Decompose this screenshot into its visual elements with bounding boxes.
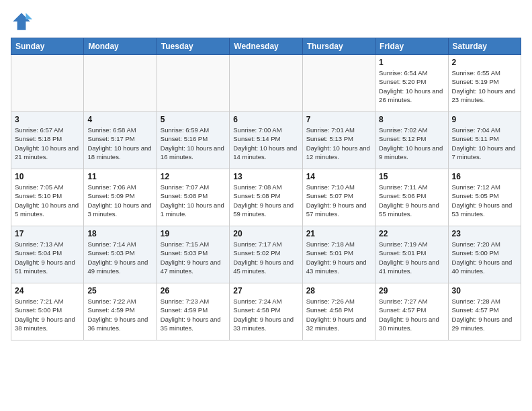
day-info: Sunrise: 6:57 AMSunset: 5:18 PMDaylight:… (15, 126, 80, 161)
calendar-cell: 28Sunrise: 7:26 AMSunset: 4:58 PMDayligh… (302, 283, 375, 340)
day-number: 30 (452, 286, 517, 295)
day-number: 25 (87, 286, 152, 295)
day-number: 6 (233, 115, 298, 124)
header-friday: Friday (375, 38, 448, 55)
calendar-cell: 30Sunrise: 7:28 AMSunset: 4:57 PMDayligh… (448, 283, 521, 340)
day-info: Sunrise: 7:26 AMSunset: 4:58 PMDaylight:… (306, 297, 371, 332)
calendar-cell: 5Sunrise: 6:59 AMSunset: 5:16 PMDaylight… (157, 112, 229, 169)
day-info: Sunrise: 6:54 AMSunset: 5:20 PMDaylight:… (379, 68, 444, 104)
day-number: 2 (452, 58, 517, 67)
calendar-cell: 23Sunrise: 7:20 AMSunset: 5:00 PMDayligh… (448, 226, 521, 283)
calendar-cell: 9Sunrise: 7:04 AMSunset: 5:11 PMDaylight… (448, 112, 521, 169)
day-number: 27 (233, 286, 298, 295)
day-info: Sunrise: 7:24 AMSunset: 4:58 PMDaylight:… (233, 297, 298, 332)
header-thursday: Thursday (302, 38, 375, 55)
day-info: Sunrise: 7:15 AMSunset: 5:03 PMDaylight:… (161, 240, 226, 275)
calendar-cell: 14Sunrise: 7:10 AMSunset: 5:07 PMDayligh… (302, 169, 375, 226)
calendar-cell: 6Sunrise: 7:00 AMSunset: 5:14 PMDaylight… (230, 112, 302, 169)
header-saturday: Saturday (448, 38, 521, 55)
calendar-cell: 1Sunrise: 6:54 AMSunset: 5:20 PMDaylight… (375, 55, 448, 112)
header-tuesday: Tuesday (157, 38, 229, 55)
calendar-cell: 27Sunrise: 7:24 AMSunset: 4:58 PMDayligh… (230, 283, 302, 340)
day-info: Sunrise: 6:58 AMSunset: 5:17 PMDaylight:… (87, 126, 152, 161)
day-number: 22 (379, 229, 444, 238)
day-info: Sunrise: 7:07 AMSunset: 5:08 PMDaylight:… (161, 183, 226, 218)
day-number: 26 (161, 286, 226, 295)
calendar-week-5: 24Sunrise: 7:21 AMSunset: 5:00 PMDayligh… (11, 283, 521, 340)
calendar-cell: 12Sunrise: 7:07 AMSunset: 5:08 PMDayligh… (157, 169, 229, 226)
logo-icon (11, 11, 32, 32)
calendar-cell: 21Sunrise: 7:18 AMSunset: 5:01 PMDayligh… (302, 226, 375, 283)
day-number: 13 (233, 172, 298, 181)
calendar-week-1: 1Sunrise: 6:54 AMSunset: 5:20 PMDaylight… (11, 55, 521, 112)
day-number: 24 (15, 286, 80, 295)
calendar-cell: 11Sunrise: 7:06 AMSunset: 5:09 PMDayligh… (84, 169, 157, 226)
calendar-cell: 17Sunrise: 7:13 AMSunset: 5:04 PMDayligh… (11, 226, 84, 283)
day-number: 11 (87, 172, 152, 181)
day-info: Sunrise: 7:11 AMSunset: 5:06 PMDaylight:… (379, 183, 444, 218)
day-number: 3 (15, 115, 80, 124)
day-number: 7 (306, 115, 371, 124)
day-number: 12 (161, 172, 226, 181)
day-number: 23 (452, 229, 517, 238)
day-info: Sunrise: 7:01 AMSunset: 5:13 PMDaylight:… (306, 126, 371, 161)
header-monday: Monday (84, 38, 157, 55)
day-number: 10 (15, 172, 80, 181)
day-info: Sunrise: 7:19 AMSunset: 5:01 PMDaylight:… (379, 240, 444, 275)
day-info: Sunrise: 7:02 AMSunset: 5:12 PMDaylight:… (379, 126, 444, 161)
calendar-header-row: SundayMondayTuesdayWednesdayThursdayFrid… (11, 38, 521, 55)
calendar-cell: 20Sunrise: 7:17 AMSunset: 5:02 PMDayligh… (230, 226, 302, 283)
day-number: 4 (87, 115, 152, 124)
calendar-table: SundayMondayTuesdayWednesdayThursdayFrid… (11, 38, 521, 340)
page-header (11, 11, 521, 32)
calendar-cell: 7Sunrise: 7:01 AMSunset: 5:13 PMDaylight… (302, 112, 375, 169)
calendar-cell: 22Sunrise: 7:19 AMSunset: 5:01 PMDayligh… (375, 226, 448, 283)
day-number: 14 (306, 172, 371, 181)
day-info: Sunrise: 7:04 AMSunset: 5:11 PMDaylight:… (452, 126, 517, 161)
day-info: Sunrise: 6:55 AMSunset: 5:19 PMDaylight:… (452, 68, 517, 104)
day-info: Sunrise: 7:13 AMSunset: 5:04 PMDaylight:… (15, 240, 80, 275)
header-wednesday: Wednesday (230, 38, 302, 55)
day-info: Sunrise: 7:17 AMSunset: 5:02 PMDaylight:… (233, 240, 298, 275)
calendar-cell: 4Sunrise: 6:58 AMSunset: 5:17 PMDaylight… (84, 112, 157, 169)
day-info: Sunrise: 7:05 AMSunset: 5:10 PMDaylight:… (15, 183, 80, 218)
day-info: Sunrise: 7:21 AMSunset: 5:00 PMDaylight:… (15, 297, 80, 332)
day-info: Sunrise: 7:28 AMSunset: 4:57 PMDaylight:… (452, 297, 517, 332)
day-number: 29 (379, 286, 444, 295)
day-info: Sunrise: 7:22 AMSunset: 4:59 PMDaylight:… (87, 297, 152, 332)
calendar-cell: 19Sunrise: 7:15 AMSunset: 5:03 PMDayligh… (157, 226, 229, 283)
calendar-cell (84, 55, 157, 112)
calendar-cell: 18Sunrise: 7:14 AMSunset: 5:03 PMDayligh… (84, 226, 157, 283)
calendar-cell: 24Sunrise: 7:21 AMSunset: 5:00 PMDayligh… (11, 283, 84, 340)
day-info: Sunrise: 7:10 AMSunset: 5:07 PMDaylight:… (306, 183, 371, 218)
calendar-cell: 10Sunrise: 7:05 AMSunset: 5:10 PMDayligh… (11, 169, 84, 226)
calendar-cell (230, 55, 302, 112)
day-info: Sunrise: 7:14 AMSunset: 5:03 PMDaylight:… (87, 240, 152, 275)
day-number: 28 (306, 286, 371, 295)
day-number: 20 (233, 229, 298, 238)
calendar-week-2: 3Sunrise: 6:57 AMSunset: 5:18 PMDaylight… (11, 112, 521, 169)
calendar-cell: 3Sunrise: 6:57 AMSunset: 5:18 PMDaylight… (11, 112, 84, 169)
day-info: Sunrise: 7:20 AMSunset: 5:00 PMDaylight:… (452, 240, 517, 275)
day-info: Sunrise: 6:59 AMSunset: 5:16 PMDaylight:… (161, 126, 226, 161)
logo (11, 11, 35, 32)
svg-marker-1 (26, 13, 32, 19)
calendar-week-3: 10Sunrise: 7:05 AMSunset: 5:10 PMDayligh… (11, 169, 521, 226)
calendar-cell: 29Sunrise: 7:27 AMSunset: 4:57 PMDayligh… (375, 283, 448, 340)
day-info: Sunrise: 7:23 AMSunset: 4:59 PMDaylight:… (161, 297, 226, 332)
day-number: 8 (379, 115, 444, 124)
header-sunday: Sunday (11, 38, 84, 55)
calendar-week-4: 17Sunrise: 7:13 AMSunset: 5:04 PMDayligh… (11, 226, 521, 283)
day-info: Sunrise: 7:27 AMSunset: 4:57 PMDaylight:… (379, 297, 444, 332)
calendar-cell: 8Sunrise: 7:02 AMSunset: 5:12 PMDaylight… (375, 112, 448, 169)
calendar-cell (157, 55, 229, 112)
calendar-cell (11, 55, 84, 112)
day-number: 9 (452, 115, 517, 124)
calendar-cell: 25Sunrise: 7:22 AMSunset: 4:59 PMDayligh… (84, 283, 157, 340)
calendar-cell (302, 55, 375, 112)
day-number: 5 (161, 115, 226, 124)
day-number: 1 (379, 58, 444, 67)
calendar-cell: 13Sunrise: 7:08 AMSunset: 5:08 PMDayligh… (230, 169, 302, 226)
day-info: Sunrise: 7:18 AMSunset: 5:01 PMDaylight:… (306, 240, 371, 275)
day-number: 18 (87, 229, 152, 238)
